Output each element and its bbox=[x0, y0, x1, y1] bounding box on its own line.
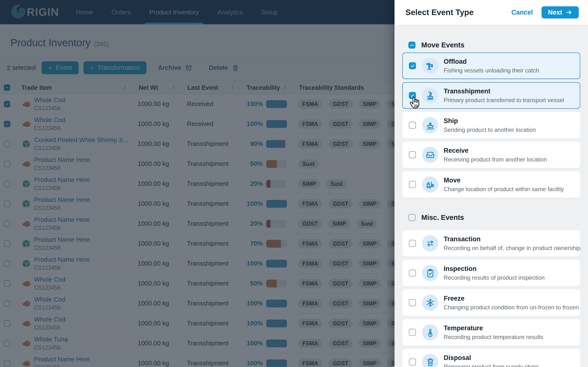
clipboard-check-icon bbox=[422, 265, 438, 281]
section-label: Move Events bbox=[421, 41, 464, 49]
section-checkbox[interactable] bbox=[408, 42, 415, 49]
card-text: DisposalRemoving product from supply cha… bbox=[444, 354, 539, 367]
event-title: Offload bbox=[444, 58, 539, 65]
card-text: ShipSending product to another location bbox=[444, 117, 536, 133]
event-section-misc-events: Misc. EventsTransactionRecording on beha… bbox=[402, 214, 580, 367]
event-title: Move bbox=[444, 177, 564, 184]
event-title: Freeze bbox=[444, 295, 579, 302]
event-title: Temperature bbox=[444, 324, 543, 332]
event-card-transaction[interactable]: TransactionRecording on behalf of, chang… bbox=[402, 230, 580, 257]
transfer-icon bbox=[422, 235, 438, 251]
event-description: Recording on behalf of, change in produc… bbox=[444, 245, 580, 251]
event-description: Recording results of product inspection bbox=[444, 274, 545, 281]
panel-header: Select Event Type Cancel Next bbox=[395, 0, 588, 25]
event-title: Transshipment bbox=[444, 88, 564, 95]
cancel-button[interactable]: Cancel bbox=[511, 9, 533, 16]
event-description: Recording product temperature results bbox=[444, 334, 543, 340]
trash-icon bbox=[422, 354, 438, 367]
ship-icon bbox=[422, 117, 438, 133]
card-text: OffloadFishing vessels unloading their c… bbox=[444, 58, 539, 74]
event-description: Sending product to another location bbox=[444, 126, 536, 133]
event-title: Inspection bbox=[444, 265, 545, 273]
next-button[interactable]: Next bbox=[542, 6, 579, 18]
event-checkbox-offload[interactable] bbox=[409, 62, 416, 69]
event-card-temperature[interactable]: TemperatureRecording product temperature… bbox=[402, 319, 580, 346]
section-checkbox[interactable] bbox=[408, 214, 415, 221]
event-title: Receive bbox=[444, 147, 547, 154]
arrow-right-icon bbox=[566, 9, 572, 16]
card-text: TransactionRecording on behalf of, chang… bbox=[444, 235, 580, 251]
event-checkbox-transaction[interactable] bbox=[409, 240, 416, 247]
event-description: Change location of product within same f… bbox=[444, 186, 564, 193]
ship-down-icon bbox=[422, 87, 438, 104]
crane-icon bbox=[422, 58, 438, 74]
card-text: MoveChange location of product within sa… bbox=[444, 177, 564, 193]
event-card-offload[interactable]: OffloadFishing vessels unloading their c… bbox=[402, 53, 580, 79]
event-card-move[interactable]: MoveChange location of product within sa… bbox=[402, 171, 580, 198]
snowflake-icon bbox=[422, 295, 438, 311]
thermometer-icon bbox=[422, 324, 438, 340]
event-checkbox-temperature[interactable] bbox=[409, 329, 416, 336]
event-checkbox-disposal[interactable] bbox=[409, 358, 416, 366]
inbox-icon bbox=[422, 147, 438, 163]
card-text: TemperatureRecording product temperature… bbox=[444, 324, 543, 340]
event-card-receive[interactable]: ReceiveReceiving product from another lo… bbox=[402, 142, 580, 168]
event-checkbox-move[interactable] bbox=[409, 181, 416, 188]
panel-title: Select Event Type bbox=[405, 8, 511, 17]
event-card-freeze[interactable]: FreezeChanging product condition from un… bbox=[402, 289, 580, 316]
select-event-type-panel: Select Event Type Cancel Next Move Event… bbox=[395, 0, 588, 367]
forklift-icon bbox=[422, 176, 438, 193]
event-checkbox-ship[interactable] bbox=[409, 122, 416, 129]
event-description: Fishing vessels unloading their catch bbox=[444, 67, 539, 74]
event-card-inspection[interactable]: InspectionRecording results of product i… bbox=[402, 260, 580, 286]
event-description: Receiving product from another location bbox=[444, 156, 547, 163]
section-header: Misc. Events bbox=[402, 214, 580, 222]
event-section-move-events: Move EventsOffloadFishing vessels unload… bbox=[402, 41, 580, 198]
event-title: Ship bbox=[444, 117, 536, 125]
event-checkbox-receive[interactable] bbox=[409, 151, 416, 158]
event-card-transshipment[interactable]: TransshipmentPrimary product transferred… bbox=[402, 82, 580, 109]
event-card-ship[interactable]: ShipSending product to another location bbox=[402, 112, 580, 138]
card-text: FreezeChanging product condition from un… bbox=[444, 295, 579, 311]
event-checkbox-inspection[interactable] bbox=[409, 269, 416, 277]
panel-body: Move EventsOffloadFishing vessels unload… bbox=[395, 25, 588, 367]
event-checkbox-transshipment[interactable] bbox=[409, 92, 416, 99]
event-checkbox-freeze[interactable] bbox=[409, 299, 416, 306]
event-description: Primary product transferred to transport… bbox=[444, 97, 564, 104]
event-description: Removing product from supply chain bbox=[444, 363, 539, 367]
card-text: InspectionRecording results of product i… bbox=[444, 265, 545, 281]
event-card-disposal[interactable]: DisposalRemoving product from supply cha… bbox=[402, 349, 580, 367]
card-text: ReceiveReceiving product from another lo… bbox=[444, 147, 547, 163]
card-text: TransshipmentPrimary product transferred… bbox=[444, 88, 564, 104]
section-header: Move Events bbox=[402, 41, 580, 49]
section-label: Misc. Events bbox=[421, 214, 464, 222]
event-title: Disposal bbox=[444, 354, 539, 362]
event-title: Transaction bbox=[444, 235, 580, 243]
event-description: Changing product condition from un-froze… bbox=[444, 304, 579, 311]
